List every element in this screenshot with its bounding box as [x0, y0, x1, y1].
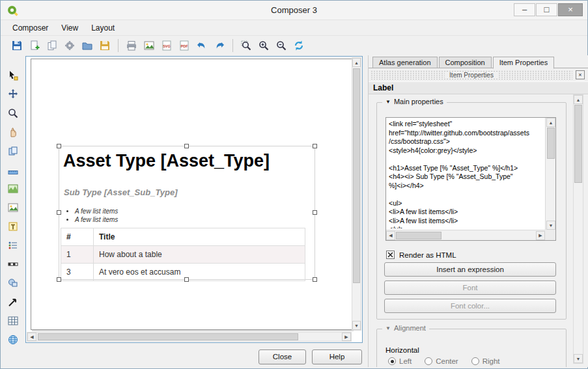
canvas-horizontal-scrollbar[interactable]: ◀ ▶ — [27, 332, 352, 342]
scroll-down-icon[interactable]: ▼ — [352, 321, 361, 330]
ruler-tool[interactable] — [5, 161, 21, 178]
menu-view[interactable]: View — [55, 21, 85, 34]
titlebar: Composer 3 – □ × — [1, 1, 587, 20]
table-row: 3 At vero eos et accusam — [61, 264, 305, 281]
table-cell: At vero eos et accusam — [94, 264, 305, 281]
save-project-button[interactable] — [8, 37, 25, 54]
radio-button-icon[interactable] — [388, 357, 396, 365]
export-image-button[interactable] — [141, 37, 158, 54]
label-item[interactable]: Asset Type [Asset_Type] Sub Type [Asset_… — [59, 146, 315, 280]
add-shape-tool[interactable] — [5, 275, 21, 292]
print-button[interactable] — [123, 37, 140, 54]
scrollbar-thumb[interactable] — [574, 105, 582, 183]
font-color-button[interactable]: Font color... — [384, 299, 556, 313]
dock-close-icon[interactable]: × — [576, 70, 585, 79]
composition-canvas[interactable]: Asset Type [Asset_Type] Sub Type [Asset_… — [25, 56, 363, 343]
paper-page[interactable]: Asset Type [Asset_Type] Sub Type [Asset_… — [31, 59, 352, 330]
selection-handle[interactable] — [57, 144, 61, 148]
insert-expression-button[interactable]: Insert an expression — [384, 262, 556, 277]
scroll-left-icon[interactable]: ◀ — [27, 333, 36, 341]
new-composer-button[interactable] — [26, 37, 43, 54]
zoom-out-button[interactable] — [273, 37, 290, 54]
radio-button-icon[interactable] — [425, 357, 432, 365]
group-title: Alignment — [394, 324, 426, 332]
collapse-triangle-icon[interactable]: ▼ — [385, 99, 391, 105]
radio-right[interactable]: Right — [471, 357, 500, 365]
font-button[interactable]: Font — [384, 280, 556, 295]
refresh-view-button[interactable] — [290, 37, 307, 54]
copy-tool[interactable] — [5, 143, 21, 159]
dock-title-bar[interactable]: Item Properties — [371, 70, 572, 79]
scroll-down-icon[interactable]: ▼ — [574, 354, 583, 363]
add-image-tool[interactable] — [5, 199, 21, 216]
scroll-up-icon[interactable]: ▲ — [352, 58, 361, 67]
tab-composition[interactable]: Composition — [439, 57, 492, 68]
load-template-button[interactable] — [79, 37, 96, 54]
menu-composer[interactable]: Composer — [6, 21, 55, 34]
radio-button-icon[interactable] — [471, 357, 479, 365]
group-title: Main properties — [394, 98, 443, 105]
export-svg-button[interactable]: SVG — [158, 37, 175, 54]
pan-tool[interactable] — [5, 124, 21, 141]
redo-icon — [214, 40, 225, 51]
help-button[interactable]: Help — [312, 349, 362, 364]
selection-handle[interactable] — [313, 144, 317, 148]
tab-atlas-generation[interactable]: Atlas generation — [372, 57, 438, 68]
composer-manager-button[interactable] — [61, 37, 78, 54]
move-content-tool[interactable] — [5, 86, 21, 103]
add-table-tool[interactable] — [5, 312, 21, 329]
add-label-tool[interactable] — [5, 218, 21, 235]
html-source-editor[interactable]: <link rel="stylesheet" href="http://twit… — [385, 117, 556, 241]
redo-button[interactable] — [211, 37, 228, 54]
menu-layout[interactable]: Layout — [85, 21, 121, 34]
selection-handle[interactable] — [184, 144, 189, 148]
collapse-triangle-icon[interactable]: ▼ — [385, 325, 391, 331]
tab-item-properties[interactable]: Item Properties — [493, 57, 555, 69]
panel-vertical-scrollbar[interactable]: ▲ ▼ — [573, 94, 583, 364]
scroll-down-icon[interactable]: ▼ — [546, 221, 555, 230]
scrollbar-thumb[interactable] — [547, 128, 555, 159]
canvas-vertical-scrollbar[interactable]: ▲ ▼ — [352, 57, 361, 331]
selection-handle[interactable] — [57, 210, 61, 215]
duplicate-composer-button[interactable] — [44, 37, 61, 54]
zoom-full-button[interactable] — [238, 37, 255, 54]
scrollbar-thumb[interactable] — [396, 232, 441, 239]
minimize-button[interactable]: – — [514, 3, 535, 16]
scrollbar-thumb[interactable] — [38, 333, 298, 340]
selection-handle[interactable] — [313, 277, 317, 282]
selection-handle[interactable] — [313, 210, 317, 215]
zoom-tool[interactable] — [5, 105, 21, 122]
zoom-out-icon — [275, 40, 287, 51]
table-icon — [7, 315, 19, 327]
editor-vertical-scrollbar[interactable]: ▲ ▼ — [545, 118, 555, 230]
export-pdf-button[interactable]: PDF — [176, 37, 193, 54]
scroll-right-icon[interactable]: ▶ — [342, 333, 351, 341]
scroll-up-icon[interactable]: ▲ — [574, 95, 583, 104]
add-map-tool[interactable] — [5, 180, 21, 197]
scroll-up-icon[interactable]: ▲ — [546, 118, 555, 127]
save-template-button[interactable] — [96, 37, 113, 54]
radio-left-label: Left — [399, 357, 412, 365]
html-source-text[interactable]: <link rel="stylesheet" href="http://twit… — [389, 120, 544, 228]
radio-center[interactable]: Center — [425, 357, 458, 365]
add-arrow-tool[interactable] — [5, 294, 21, 310]
undo-button[interactable] — [193, 37, 210, 54]
folder-open-icon — [81, 40, 93, 51]
maximize-button[interactable]: □ — [536, 3, 557, 16]
scroll-left-icon[interactable]: ◀ — [386, 231, 395, 240]
close-button[interactable]: Close — [259, 349, 306, 364]
close-window-button[interactable]: × — [558, 3, 583, 16]
map-icon — [7, 183, 19, 195]
scroll-right-icon[interactable]: ▶ — [536, 231, 545, 240]
selection-handle[interactable] — [184, 277, 189, 282]
editor-horizontal-scrollbar[interactable]: ◀ ▶ — [386, 230, 545, 240]
scrollbar-thumb[interactable] — [353, 68, 360, 283]
select-move-item-tool[interactable] — [5, 67, 21, 84]
render-as-html-checkbox[interactable] — [386, 251, 395, 259]
add-html-tool[interactable] — [5, 331, 21, 348]
zoom-in-button[interactable] — [255, 37, 272, 54]
selection-handle[interactable] — [57, 277, 61, 282]
add-legend-tool[interactable] — [5, 237, 21, 254]
add-scalebar-tool[interactable] — [5, 256, 21, 273]
radio-left[interactable]: Left — [388, 357, 412, 365]
